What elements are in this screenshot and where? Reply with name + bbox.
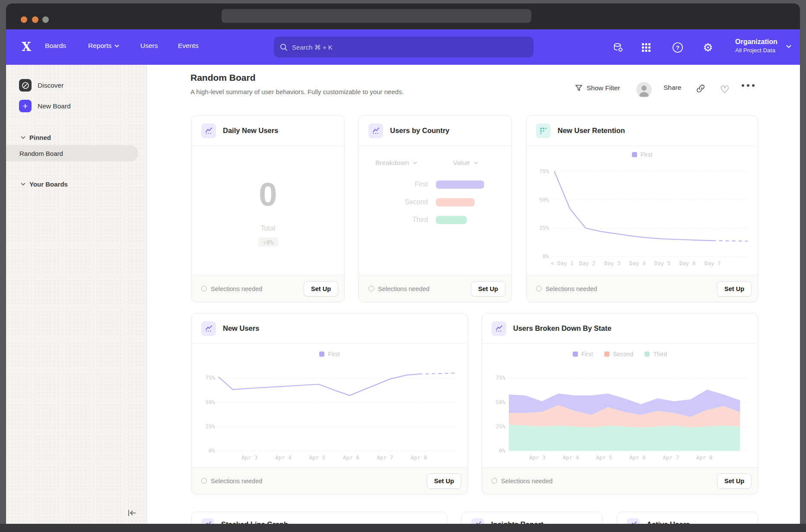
card-title: Users by Country	[390, 127, 450, 135]
search-icon	[280, 43, 288, 51]
svg-text:Apr 8: Apr 8	[411, 454, 427, 461]
status-text: Selections needed	[368, 285, 429, 292]
retention-chart: 75%50%25%0%< Day 1Day 2Day 3Day 4Day 5Da…	[532, 161, 753, 268]
chart-legend: First Second Third	[482, 351, 758, 358]
svg-text:0%: 0%	[209, 447, 216, 454]
apps-grid-icon[interactable]	[641, 42, 652, 53]
sidebar-item-random-board[interactable]: Random Board	[6, 145, 138, 162]
bar-second	[436, 198, 475, 206]
window-titlebar	[6, 3, 800, 29]
legend-swatch	[319, 352, 324, 357]
bar-third	[436, 216, 467, 224]
chevron-down-icon	[21, 136, 25, 139]
status-circle-icon	[201, 286, 207, 291]
svg-text:Apr 3: Apr 3	[529, 454, 546, 461]
chevron-down-icon	[21, 183, 25, 186]
share-button[interactable]: Share	[663, 84, 681, 92]
set-up-button[interactable]: Set Up	[427, 473, 461, 489]
sidebar-item-new-board[interactable]: + New Board	[19, 100, 71, 112]
card-title: Daily New Users	[223, 127, 278, 135]
card-title: New Users	[223, 324, 259, 332]
chevron-down-icon	[114, 44, 119, 48]
page-description: A high-level summary of user behaviors. …	[190, 88, 404, 95]
set-up-button[interactable]: Set Up	[471, 281, 505, 297]
search-bar[interactable]	[274, 37, 533, 57]
more-options-icon[interactable]	[741, 84, 755, 87]
url-bar[interactable]	[222, 9, 531, 23]
plus-icon: +	[19, 100, 32, 112]
svg-text:Day 4: Day 4	[629, 260, 646, 266]
retention-grid-icon	[536, 124, 551, 138]
window-close-button[interactable]	[21, 16, 27, 23]
sidebar-collapse-icon[interactable]	[127, 508, 137, 518]
window-minimize-button[interactable]	[32, 16, 38, 23]
new-users-chart: 75%50%25%0%Apr 3Apr 4Apr 5Apr 6Apr 7Apr …	[198, 360, 462, 462]
settings-gear-icon[interactable]: ⚙	[702, 42, 714, 53]
svg-text:75%: 75%	[495, 374, 505, 381]
status-circle-icon	[492, 478, 497, 484]
svg-text:Apr 6: Apr 6	[629, 454, 646, 461]
svg-text:Apr 7: Apr 7	[377, 454, 393, 461]
set-up-button[interactable]: Set Up	[717, 473, 752, 489]
mixpanel-logo-icon[interactable]: X	[19, 40, 34, 54]
main-content: Random Board A high-level summary of use…	[147, 65, 800, 532]
svg-text:Apr 4: Apr 4	[275, 454, 292, 461]
metric-label: Total	[192, 225, 344, 232]
line-chart-icon	[201, 124, 216, 138]
show-filter-button[interactable]: Show Filter	[574, 84, 620, 92]
status-text: Selections needed	[201, 478, 262, 484]
sidebar-section-pinned[interactable]: Pinned	[21, 134, 51, 141]
nav-item-users[interactable]: Users	[140, 42, 158, 50]
svg-text:75%: 75%	[539, 168, 549, 174]
svg-text:Day 3: Day 3	[604, 260, 621, 266]
breakdown-dropdown[interactable]: Breakdown	[375, 159, 417, 167]
nav-item-events[interactable]: Events	[178, 42, 198, 50]
card-title: New User Retention	[558, 127, 625, 135]
metric-delta-badge: ↑0%	[258, 238, 278, 247]
sidebar-section-your-boards[interactable]: Your Boards	[21, 180, 68, 188]
status-circle-icon	[368, 286, 374, 291]
legend-swatch	[644, 352, 650, 357]
window-maximize-button[interactable]	[42, 16, 49, 23]
card-users-by-country: Users by Country Breakdown Value First S…	[359, 115, 512, 302]
svg-text:Day 2: Day 2	[579, 260, 596, 266]
svg-text:Apr 7: Apr 7	[663, 454, 679, 461]
svg-text:50%: 50%	[539, 196, 549, 203]
favorite-heart-icon[interactable]: ♡	[720, 84, 730, 96]
card-new-user-retention: New User Retention First 75%50%25%0%< Da…	[526, 115, 758, 302]
metric-value: 0	[192, 175, 344, 213]
nav-item-boards[interactable]: Boards	[45, 42, 66, 50]
help-icon[interactable]: ?	[672, 42, 683, 53]
copy-link-icon[interactable]	[696, 84, 705, 93]
row-label: First	[363, 180, 428, 188]
page-title: Random Board	[190, 73, 256, 83]
line-chart-icon	[201, 321, 216, 336]
status-circle-icon	[201, 478, 207, 484]
svg-text:0%: 0%	[499, 447, 506, 454]
chart-legend: First	[192, 351, 467, 358]
svg-text:Day 5: Day 5	[654, 260, 671, 266]
sidebar-item-discover[interactable]: Discover	[19, 79, 63, 92]
data-management-icon[interactable]	[612, 42, 624, 53]
row-label: Second	[363, 198, 428, 206]
states-stacked-chart: 75%50%25%0%Apr 3Apr 4Apr 5Apr 6Apr 7Apr …	[488, 360, 752, 462]
set-up-button[interactable]: Set Up	[304, 281, 338, 297]
filter-funnel-icon	[574, 84, 583, 92]
org-switcher[interactable]: Organization All Project Data	[735, 37, 777, 54]
screen: X Boards Reports Users Events	[0, 0, 806, 532]
legend-swatch	[632, 152, 637, 157]
svg-text:0%: 0%	[543, 253, 549, 260]
chart-legend: First	[527, 151, 758, 158]
search-input[interactable]	[292, 44, 527, 51]
window-bottom-edge	[0, 524, 806, 532]
svg-text:Apr 8: Apr 8	[696, 454, 713, 461]
svg-text:25%: 25%	[495, 423, 505, 430]
svg-text:25%: 25%	[205, 423, 215, 430]
chevron-down-icon	[786, 45, 791, 48]
value-dropdown[interactable]: Value	[453, 159, 478, 167]
svg-text:Day 6: Day 6	[679, 260, 696, 266]
avatar[interactable]	[636, 82, 652, 98]
set-up-button[interactable]: Set Up	[717, 281, 752, 297]
nav-item-reports[interactable]: Reports	[88, 42, 119, 50]
browser-window: X Boards Reports Users Events	[6, 3, 800, 532]
